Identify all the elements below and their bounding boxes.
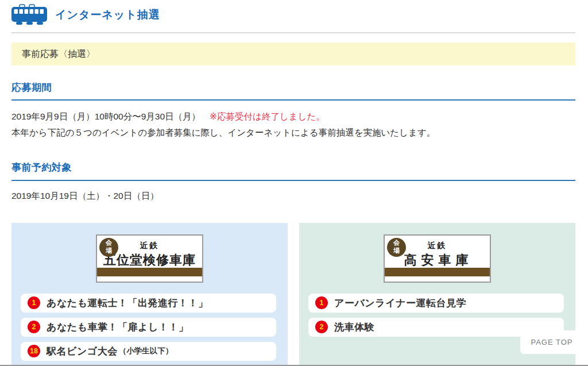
page-top-button[interactable]: PAGE TOP [520,330,583,354]
event-number-badge: 1 [28,296,40,309]
page-container: インターネット抽選 事前応募〈抽選〉 応募期間 2019年9月9日（月）10時0… [0,3,588,366]
period-date-line: 2019年9月9日（月）10時00分〜9月30日（月）※応募受付は終了しました。 [11,109,575,125]
section-heading-reservation: 事前予約対象 [11,161,575,180]
event-title: 洗車体験 [334,321,374,334]
sign-white-strip [97,276,202,282]
sign-white-strip [385,276,490,282]
event-number-badge: 1 [315,296,328,309]
event-number-badge: 2 [315,321,328,333]
event-number-badge: 18 [28,345,40,357]
pre-entry-banner-label: 事前応募〈抽選〉 [22,48,95,60]
sign-brown-band [97,268,202,276]
venue-sign-takayasu: 会場 近鉄 高安車庫 [384,234,491,283]
period-description: 本年から下記の５つのイベントの参加者募集に際し、インターネットによる事前抽選を実… [11,125,575,141]
event-number-badge: 2 [28,321,40,333]
event-item: 2 あなたも車掌！「扉よし！！」 [21,318,276,337]
event-item: 18 駅名ビンゴ大会 （小学生以下） [21,342,276,361]
period-date-text: 2019年9月9日（月）10時00分〜9月30日（月） [11,111,200,121]
event-title: アーバンライナー運転台見学 [334,296,466,310]
event-item: 1 アーバンライナー運転台見学 [308,294,564,313]
period-text-block: 2019年9月9日（月）10時00分〜9月30日（月）※応募受付は終了しました。… [11,109,575,141]
closed-notice: ※応募受付は終了しました。 [210,111,325,121]
event-title: 駅名ビンゴ大会 [47,345,118,358]
page-title: インターネット抽選 [55,7,160,22]
pre-entry-banner: 事前応募〈抽選〉 [11,43,575,66]
venue-sign-goido: 会場 近鉄 五位堂検修車庫 [96,234,203,283]
train-icon [11,4,47,26]
event-title: あなたも車掌！「扉よし！！」 [47,321,188,334]
venue-badge: 会場 [99,238,118,257]
header-divider [11,32,575,33]
event-list-goido: 1 あなたも運転士！「出発進行！！」 2 あなたも車掌！「扉よし！！」 18 駅… [11,294,288,361]
event-item: 1 あなたも運転士！「出発進行！！」 [21,294,276,313]
event-title: あなたも運転士！「出発進行！！」 [47,296,208,310]
section-heading-period: 応募期間 [11,82,575,101]
venue-badge: 会場 [387,238,406,257]
venue-panels: 会場 近鉄 五位堂検修車庫 1 あなたも運転士！「出発進行！！」 2 あなたも車… [11,223,575,366]
event-note: （小学生以下） [119,346,173,356]
reservation-date-text: 2019年10月19日（土）・20日（日） [11,190,575,202]
page-header: インターネット抽選 [11,3,575,26]
sign-brown-band [385,268,490,276]
venue-panel-goido: 会場 近鉄 五位堂検修車庫 1 あなたも運転士！「出発進行！！」 2 あなたも車… [11,223,288,366]
